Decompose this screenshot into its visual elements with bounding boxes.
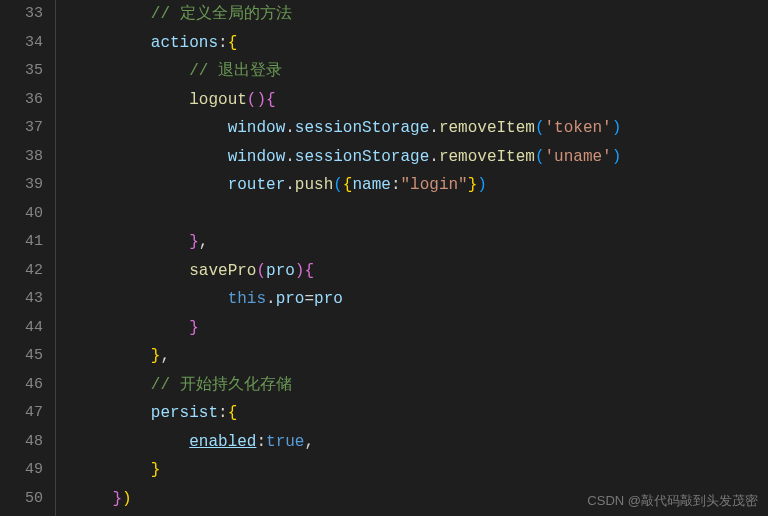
code-token: , (304, 433, 314, 451)
code-token: : (218, 34, 228, 52)
code-token: sessionStorage (295, 148, 429, 166)
code-line[interactable]: this.pro=pro (74, 285, 768, 314)
code-line[interactable]: logout(){ (74, 86, 768, 115)
code-token: } (151, 347, 161, 365)
code-line[interactable]: window.sessionStorage.removeItem('uname'… (74, 143, 768, 172)
code-token: removeItem (439, 119, 535, 137)
code-token: { (266, 91, 276, 109)
code-token: removeItem (439, 148, 535, 166)
code-token: pro (276, 290, 305, 308)
line-number: 37 (6, 114, 43, 143)
code-line[interactable]: }, (74, 228, 768, 257)
code-token: } (151, 461, 161, 479)
code-token: savePro (189, 262, 256, 280)
code-token: { (304, 262, 314, 280)
code-token: } (468, 176, 478, 194)
code-line[interactable]: window.sessionStorage.removeItem('token'… (74, 114, 768, 143)
code-token: sessionStorage (295, 119, 429, 137)
code-token: { (228, 404, 238, 422)
code-token: = (304, 290, 314, 308)
line-number: 39 (6, 171, 43, 200)
code-line[interactable]: } (74, 314, 768, 343)
code-token: push (295, 176, 333, 194)
line-number: 48 (6, 428, 43, 457)
code-token: : (218, 404, 228, 422)
code-token: router (228, 176, 286, 194)
code-token: ( (535, 119, 545, 137)
code-token: pro (314, 290, 343, 308)
line-number: 45 (6, 342, 43, 371)
watermark-text: CSDN @敲代码敲到头发茂密 (587, 492, 758, 510)
code-line[interactable]: // 开始持久化存储 (74, 371, 768, 400)
code-token: } (189, 233, 199, 251)
code-token: : (256, 433, 266, 451)
code-token: . (285, 176, 295, 194)
code-token: . (266, 290, 276, 308)
code-line[interactable] (74, 200, 768, 229)
code-token: { (228, 34, 238, 52)
code-token: 'token' (545, 119, 612, 137)
code-token: ( (247, 91, 257, 109)
code-token: ( (535, 148, 545, 166)
line-number: 38 (6, 143, 43, 172)
code-line[interactable]: // 定义全局的方法 (74, 0, 768, 29)
code-line[interactable]: } (74, 456, 768, 485)
line-number: 49 (6, 456, 43, 485)
code-token: ) (477, 176, 487, 194)
code-token: , (199, 233, 209, 251)
code-token: enabled (189, 433, 256, 451)
code-token: // 退出登录 (189, 62, 282, 80)
code-token: . (285, 148, 295, 166)
code-line[interactable]: actions:{ (74, 29, 768, 58)
line-number: 33 (6, 0, 43, 29)
code-token: pro (266, 262, 295, 280)
line-number: 41 (6, 228, 43, 257)
code-line[interactable]: // 退出登录 (74, 57, 768, 86)
code-content-area[interactable]: // 定义全局的方法 actions:{ // 退出登录 logout(){ w… (56, 0, 768, 516)
line-number: 43 (6, 285, 43, 314)
line-number: 44 (6, 314, 43, 343)
code-token: window (228, 119, 286, 137)
code-token: true (266, 433, 304, 451)
code-token: actions (151, 34, 218, 52)
code-token: . (285, 119, 295, 137)
line-number: 35 (6, 57, 43, 86)
line-number: 46 (6, 371, 43, 400)
code-token: // 定义全局的方法 (151, 5, 292, 23)
code-line[interactable]: savePro(pro){ (74, 257, 768, 286)
line-number: 47 (6, 399, 43, 428)
code-token: . (429, 148, 439, 166)
code-token: , (160, 347, 170, 365)
code-token: "login" (400, 176, 467, 194)
code-token: } (112, 490, 122, 508)
line-number: 50 (6, 485, 43, 514)
code-line[interactable]: persist:{ (74, 399, 768, 428)
code-token: // 开始持久化存储 (151, 376, 292, 394)
code-token: ( (333, 176, 343, 194)
line-number: 40 (6, 200, 43, 229)
line-number: 34 (6, 29, 43, 58)
code-token: 'uname' (545, 148, 612, 166)
code-token: ) (612, 119, 622, 137)
line-number: 36 (6, 86, 43, 115)
code-line[interactable]: router.push({name:"login"}) (74, 171, 768, 200)
code-token: ) (122, 490, 132, 508)
code-token: ) (612, 148, 622, 166)
code-token: . (429, 119, 439, 137)
code-line[interactable]: }, (74, 342, 768, 371)
code-token: logout (189, 91, 247, 109)
code-editor[interactable]: 333435363738394041424344454647484950 // … (0, 0, 768, 516)
code-token: window (228, 148, 286, 166)
code-token: name (352, 176, 390, 194)
code-token: ( (256, 262, 266, 280)
code-token: persist (151, 404, 218, 422)
code-token: ) (256, 91, 266, 109)
line-number: 42 (6, 257, 43, 286)
code-line[interactable]: enabled:true, (74, 428, 768, 457)
line-number-gutter: 333435363738394041424344454647484950 (0, 0, 56, 516)
code-token: } (189, 319, 199, 337)
code-token: this (228, 290, 266, 308)
